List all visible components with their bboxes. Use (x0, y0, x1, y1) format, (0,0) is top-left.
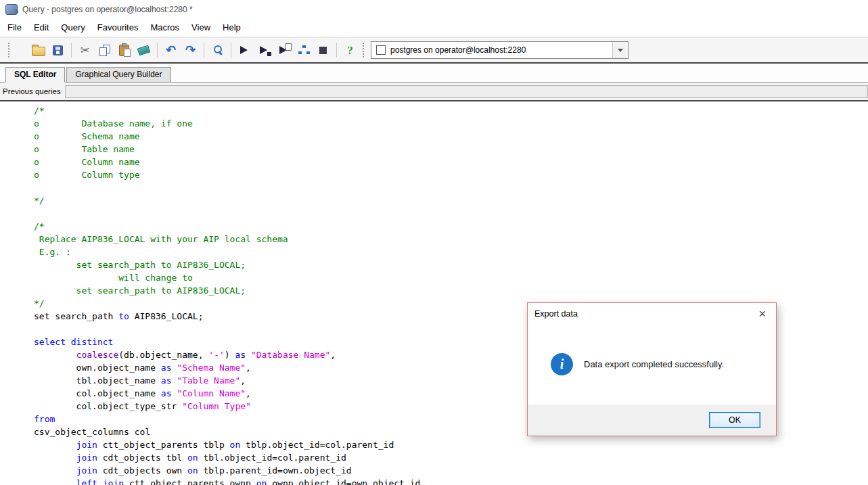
menu-view[interactable]: View (185, 20, 216, 35)
code-line: /* (34, 220, 868, 233)
paste-icon (119, 45, 129, 56)
execute-pgscript-button[interactable] (255, 41, 273, 60)
dialog-footer: OK (528, 405, 776, 436)
redo-button[interactable]: ↷ (181, 41, 200, 60)
code-line: join ctt_object_parents tblp on tblp.obj… (34, 438, 868, 451)
cut-icon: ✂ (78, 43, 92, 57)
dialog-body: i Data export completed successfully. (528, 324, 776, 405)
menu-bar: FileEditQueryFavouritesMacrosViewHelp (0, 18, 868, 37)
open-icon (32, 47, 45, 56)
code-line: o Column type (34, 168, 868, 181)
code-line: o Schema name (34, 130, 868, 143)
cancel-icon (317, 43, 330, 57)
previous-queries-label: Previous queries (1, 87, 62, 95)
toolbar-separator (231, 43, 231, 57)
save-icon (53, 45, 63, 55)
redo-icon: ↷ (184, 43, 198, 57)
connection-combo[interactable]: postgres on operator@localhost:2280 (371, 41, 629, 59)
dialog-title: Export data (534, 309, 578, 319)
menu-favourites[interactable]: Favourites (91, 20, 145, 35)
dialog-message: Data export completed successfully. (584, 359, 724, 369)
code-line: set search_path to AIP836_LOCAL; (34, 258, 868, 271)
tab-graphical-query-builder[interactable]: Graphical Query Builder (66, 67, 170, 82)
window-title: Query - postgres on operator@localhost:2… (22, 5, 193, 14)
menu-query[interactable]: Query (55, 20, 91, 35)
toolbar-separator (204, 43, 204, 57)
menu-macros[interactable]: Macros (144, 20, 185, 35)
connection-checkbox[interactable] (376, 45, 386, 55)
copy-button[interactable] (95, 41, 114, 60)
code-line (34, 207, 868, 220)
explain-icon (298, 45, 309, 55)
clear-icon (137, 45, 151, 55)
cut-button[interactable]: ✂ (76, 41, 94, 60)
execute-icon (238, 43, 252, 57)
code-line: will change to (34, 271, 868, 284)
execute-to-file-icon (277, 43, 291, 57)
code-line: join cdt_objects tbl on tbl.object_id=co… (34, 451, 868, 464)
connection-label: postgres on operator@localhost:2280 (390, 45, 526, 55)
toolbar-separator (71, 43, 72, 57)
toolbar-grip[interactable] (8, 43, 9, 57)
code-line: */ (34, 194, 868, 207)
info-icon: i (551, 353, 573, 375)
menu-edit[interactable]: Edit (28, 20, 55, 35)
combo-dropdown-button[interactable] (612, 42, 628, 58)
code-line: Replace AIP836_LOCAL with your AIP local… (34, 233, 868, 246)
code-line: o Database name, if one (34, 117, 868, 130)
code-line: left join ctt_object_parents ownp on own… (34, 477, 868, 485)
dialog-title-bar: Export data × (528, 303, 776, 324)
open-button[interactable] (29, 41, 47, 60)
tab-bar: SQL EditorGraphical Query Builder (0, 64, 868, 83)
code-line: set search_path to AIP836_LOCAL; (34, 284, 868, 297)
menu-help[interactable]: Help (216, 20, 247, 35)
toolbar-separator (336, 43, 337, 57)
code-line: join cdt_objects own on tblp.parent_id=o… (34, 464, 868, 477)
info-icon-glyph: i (560, 356, 564, 372)
help-icon: ? (344, 43, 357, 57)
title-bar: Query - postgres on operator@localhost:2… (0, 0, 868, 18)
execute-button[interactable] (235, 41, 254, 60)
toolbar-grip[interactable] (363, 43, 364, 57)
toolbar: ✂↶↷? postgres on operator@localhost:2280 (0, 37, 868, 62)
app-icon (5, 4, 18, 15)
tab-sql-editor[interactable]: SQL Editor (5, 67, 65, 83)
chevron-down-icon (618, 49, 623, 52)
undo-button[interactable]: ↶ (162, 41, 180, 60)
find-icon (212, 45, 223, 55)
execute-to-file-button[interactable] (275, 41, 293, 60)
toolbar-buttons: ✂↶↷? (28, 41, 360, 60)
code-line: E.g. : (34, 246, 868, 258)
undo-icon: ↶ (164, 43, 178, 57)
paste-button[interactable] (115, 41, 133, 60)
execute-pgscript-icon (258, 43, 271, 57)
menu-file[interactable]: File (1, 20, 28, 35)
previous-queries-combo[interactable] (65, 85, 868, 98)
toolbar-separator (157, 43, 158, 57)
dialog-close-button[interactable]: × (755, 308, 769, 320)
cancel-button[interactable] (314, 41, 332, 60)
code-line (34, 181, 868, 194)
previous-queries-row: Previous queries (0, 83, 868, 100)
help-button[interactable]: ? (341, 41, 359, 60)
find-button[interactable] (208, 41, 227, 60)
pgadmin-query-window: Query - postgres on operator@localhost:2… (0, 0, 868, 485)
code-line: o Column name (34, 156, 868, 168)
code-line: o Table name (34, 143, 868, 156)
ok-button[interactable]: OK (709, 412, 760, 428)
code-line: /* (34, 104, 868, 117)
copy-icon (99, 45, 110, 56)
clear-button[interactable] (135, 41, 153, 60)
export-data-dialog: Export data × i Data export completed su… (527, 302, 777, 436)
save-button[interactable] (49, 41, 67, 60)
explain-button[interactable] (294, 41, 313, 60)
